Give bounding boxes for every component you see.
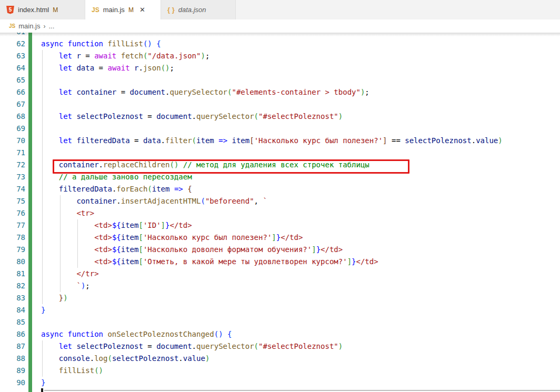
token-fn: querySelector <box>169 88 227 96</box>
line-number[interactable]: 87 <box>0 340 25 353</box>
code-line[interactable]: 82 `); <box>0 280 560 292</box>
token-str: <td> <box>94 257 112 266</box>
token-var: container <box>76 197 116 205</box>
tab-data-json[interactable]: { } data.json <box>161 0 236 19</box>
close-icon[interactable]: ✕ <box>139 6 145 13</box>
token-str: "#selectPoleznost" <box>258 342 338 350</box>
token-pun: ; <box>205 52 209 60</box>
token-kw: let <box>59 342 77 350</box>
code-line[interactable]: 81 </tr> <box>0 268 560 280</box>
code-line[interactable]: 71 <box>0 147 560 159</box>
tab-main-js[interactable]: JS main.js M ✕ <box>85 0 161 19</box>
code-line[interactable]: 87 let selectPoleznost = document.queryS… <box>0 340 560 353</box>
token-fn: fillList <box>59 366 94 375</box>
token-kw: } <box>316 245 321 254</box>
code-text: async function fillList() { <box>41 38 161 50</box>
tab-index-html[interactable]: 5 index.html M <box>0 0 85 19</box>
token-fn: json <box>143 64 161 72</box>
token-kw: let <box>59 88 77 96</box>
code-line[interactable]: 63 let r = await fetch("/data.json"); <box>0 50 560 62</box>
token-fn: fetch <box>121 52 143 60</box>
line-number[interactable]: 79 <box>0 244 25 256</box>
code-line[interactable]: 79 <td>${item['Насколько доволен формато… <box>0 244 560 256</box>
code-line[interactable]: 84} <box>0 304 560 316</box>
token-pun: . <box>90 354 94 363</box>
line-number[interactable]: 67 <box>0 98 25 110</box>
code-line[interactable]: 80 <td>${item['Отметь, в какой мере ты у… <box>0 256 560 268</box>
token-pun: = <box>134 136 143 145</box>
line-number[interactable]: 82 <box>0 280 25 292</box>
line-number[interactable]: 63 <box>0 50 25 62</box>
token-str: </td> <box>169 221 192 229</box>
git-added-gutter-indicator[interactable] <box>28 33 32 392</box>
token-str: 'Насколько курс был полезен?' <box>143 233 272 242</box>
code-line[interactable]: 65 <box>0 74 560 86</box>
line-number[interactable]: 74 <box>0 183 25 195</box>
token-pun <box>41 366 59 375</box>
breadcrumb-item-symbol[interactable]: ... <box>48 22 54 30</box>
code-line[interactable]: 86async function onSelectPoleznostChange… <box>0 328 560 340</box>
line-number[interactable]: 76 <box>0 207 25 219</box>
token-var: data <box>143 136 161 145</box>
code-text: } <box>41 304 45 316</box>
line-number[interactable]: 73 <box>0 171 25 183</box>
code-text: filteredData.forEach(item => { <box>41 183 192 195</box>
code-line[interactable]: 88 console.log(selectPoleznost.value) <box>0 353 560 365</box>
line-number[interactable]: 80 <box>0 256 25 268</box>
token-str: 'ID' <box>143 221 161 229</box>
tab-label: index.html <box>18 6 49 14</box>
code-line[interactable]: 85 <box>0 316 560 328</box>
line-number[interactable]: 77 <box>0 219 25 232</box>
code-line[interactable]: 89 fillList() <box>0 365 560 377</box>
code-line[interactable]: 69 <box>0 123 560 135</box>
line-number[interactable]: 68 <box>0 110 25 123</box>
code-line[interactable]: 90} <box>0 377 560 389</box>
code-line[interactable]: 64 let data = await r.json(); <box>0 62 560 74</box>
token-b1: } <box>41 306 45 314</box>
line-number[interactable]: 90 <box>0 377 25 389</box>
code-text: }) <box>41 292 68 304</box>
line-number[interactable]: 70 <box>0 135 25 147</box>
token-str: </td> <box>321 245 343 254</box>
token-str: 'Насколько курс был полезен?' <box>254 136 383 145</box>
line-number[interactable]: 84 <box>0 304 25 316</box>
code-line[interactable]: 75 container.insertAdjacentHTML("beforee… <box>0 195 560 207</box>
token-pun <box>41 233 94 242</box>
line-number[interactable]: 72 <box>0 159 25 171</box>
code-editor[interactable]: 6162async function fillList() {63 let r … <box>0 0 560 392</box>
line-number[interactable]: 83 <box>0 292 25 304</box>
html5-icon: 5 <box>6 6 14 14</box>
line-number[interactable]: 88 <box>0 353 25 365</box>
line-number[interactable]: 85 <box>0 316 25 328</box>
code-line[interactable]: 62async function fillList() { <box>0 38 560 50</box>
code-line[interactable]: 78 <td>${item['Насколько курс был полезе… <box>0 232 560 244</box>
token-fn: filter <box>165 136 192 145</box>
token-var: item <box>121 233 139 242</box>
token-pun <box>41 245 94 254</box>
code-line[interactable]: 70 let filteredData = data.filter(item =… <box>0 135 560 147</box>
line-number[interactable]: 81 <box>0 268 25 280</box>
code-text: <td>${item['Насколько курс был полезен?'… <box>41 232 303 244</box>
line-number[interactable]: 78 <box>0 232 25 244</box>
code-line[interactable]: 74 filteredData.forEach(item => { <box>0 183 560 195</box>
code-line[interactable]: 83 }) <box>0 292 560 304</box>
line-number[interactable]: 71 <box>0 147 25 159</box>
line-number[interactable]: 75 <box>0 195 25 207</box>
line-number[interactable]: 69 <box>0 123 25 135</box>
line-number[interactable]: 65 <box>0 74 25 86</box>
code-line[interactable]: 67 <box>0 98 560 110</box>
code-line[interactable]: 76 <tr> <box>0 207 560 219</box>
line-number[interactable]: 89 <box>0 365 25 377</box>
code-line[interactable]: 77 <td>${item['ID']}</td> <box>0 219 560 232</box>
token-var: item <box>121 245 139 254</box>
token-str: "beforeend" <box>205 197 254 205</box>
line-number[interactable]: 62 <box>0 38 25 50</box>
line-number[interactable]: 86 <box>0 328 25 340</box>
line-number[interactable]: 64 <box>0 62 25 74</box>
breadcrumb-item-file[interactable]: main.js <box>18 22 40 30</box>
token-pun <box>223 330 227 338</box>
code-line[interactable]: 68 let selectPoleznost = document.queryS… <box>0 110 560 123</box>
token-b2: ( <box>107 354 112 363</box>
line-number[interactable]: 66 <box>0 86 25 98</box>
code-line[interactable]: 66 let container = document.querySelecto… <box>0 86 560 98</box>
